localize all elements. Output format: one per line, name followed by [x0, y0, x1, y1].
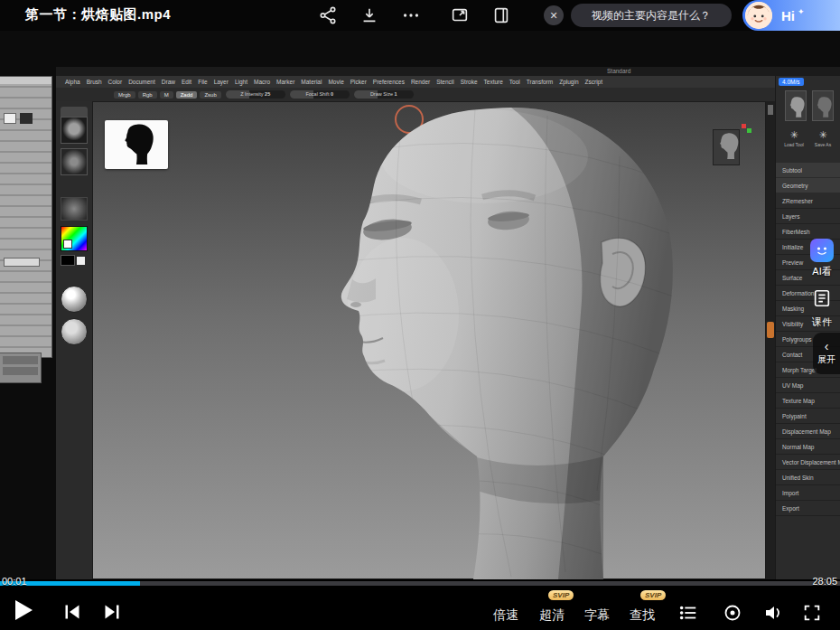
zbrush-menu-item[interactable]: Preferences [373, 79, 405, 85]
tool-panel-section[interactable]: UV Map [776, 378, 840, 393]
find-in-video-control[interactable]: 查找 [630, 607, 655, 624]
zbrush-toolbar-buttons: MrgbRgbMZaddZsub [114, 91, 221, 99]
tool-button-label: Save As [811, 142, 835, 147]
tool-panel-section[interactable]: Vector Displacement Map [776, 455, 840, 470]
tool-panel-section[interactable]: FiberMesh [776, 224, 840, 240]
zbrush-menu-item[interactable]: Marker [276, 79, 294, 85]
zbrush-menu-item[interactable]: Document [128, 79, 155, 85]
subtitle-control[interactable]: 字幕 [584, 607, 610, 624]
download-icon[interactable] [359, 5, 379, 25]
left-floating-palette-2[interactable] [0, 353, 42, 383]
zbrush-menu-item[interactable]: Stroke [461, 79, 478, 85]
material-sphere-2[interactable] [61, 318, 88, 345]
next-episode-button[interactable] [103, 604, 121, 623]
volume-icon[interactable] [763, 603, 783, 625]
color-picker[interactable] [61, 226, 88, 251]
alpha-thumbnail[interactable] [61, 197, 88, 221]
tool-panel-section[interactable]: Layers [776, 209, 840, 224]
zbrush-menu-item[interactable]: Draw [162, 79, 175, 85]
expand-button[interactable]: ‹ 展开 [813, 333, 840, 374]
quality-control[interactable]: 超清 [539, 607, 565, 624]
tool-button-icon: ✳ [782, 128, 806, 141]
share-icon[interactable] [318, 5, 338, 25]
tool-panel-section[interactable]: Unified Skin [776, 470, 840, 485]
zbrush-toolbar-slider[interactable]: Draw Size 1 [354, 90, 414, 99]
tray-toggle-handle[interactable] [767, 322, 774, 338]
zbrush-menu-item[interactable]: Render [411, 79, 430, 85]
zbrush-menu-item[interactable]: Zscript [585, 79, 603, 85]
close-icon[interactable]: ✕ [544, 5, 564, 25]
tool-panel-section[interactable]: ZRemesher [776, 193, 840, 209]
left-floating-palette[interactable] [0, 76, 52, 358]
material-sphere[interactable] [61, 286, 88, 313]
zbrush-menu-item[interactable]: Layer [214, 79, 229, 85]
svip-badge: SVIP [548, 590, 574, 600]
zbrush-menu-item[interactable]: Transform [527, 79, 553, 85]
zbrush-toolbar-slider[interactable]: Focal Shift 0 [290, 90, 350, 99]
info-badge: 4.0M/s [779, 78, 804, 86]
zbrush-menu-item[interactable]: File [198, 79, 207, 85]
slider-label: Draw Size [370, 91, 393, 97]
slider-value: 25 [265, 91, 270, 97]
tool-panel-section[interactable]: Polypaint [776, 409, 840, 424]
zbrush-menu-item[interactable]: Alpha [65, 79, 80, 85]
zbrush-menu-item[interactable]: Edit [182, 79, 191, 85]
fullscreen-icon[interactable] [802, 603, 822, 625]
brush-thumbnail[interactable] [61, 117, 88, 144]
previous-episode-button[interactable] [63, 604, 81, 623]
tool-thumbnail-2[interactable] [812, 90, 834, 121]
zbrush-toolbar-slider[interactable]: Z Intensity 25 [226, 90, 285, 99]
save-as-button[interactable]: ✳ Save As [811, 128, 835, 147]
zbrush-menu-item[interactable]: Color [108, 79, 123, 85]
zbrush-canvas[interactable]: + [92, 101, 766, 579]
zbrush-menu-item[interactable]: Zplugin [559, 79, 578, 85]
more-icon[interactable] [401, 5, 421, 25]
mini-window-icon[interactable] [491, 5, 511, 25]
play-button[interactable] [13, 598, 34, 625]
playlist-icon[interactable] [678, 603, 698, 625]
tool-panel-section[interactable]: Import [776, 485, 840, 501]
tool-button-label: Load Tool [782, 142, 806, 147]
video-player-app: 第一节：烘焙贴图.mp4 ✕ 视频的主要内容是什么？ [0, 0, 840, 630]
tool-panel-section[interactable]: Export [776, 501, 840, 516]
video-frame[interactable]: Standard AlphaBrushColorDocumentDrawEdit… [0, 31, 840, 579]
courseware-button[interactable]: 课件 [806, 287, 838, 329]
zbrush-toolbar-button[interactable]: M [160, 91, 173, 99]
tool-panel-section[interactable]: Geometry [776, 178, 840, 193]
zbrush-menu-item[interactable]: Picker [350, 79, 367, 85]
stroke-thumbnail[interactable] [61, 148, 88, 175]
zbrush-menu-item[interactable]: Stencil [436, 79, 454, 85]
active-tool-thumbnail[interactable] [713, 129, 740, 165]
color-swatches[interactable] [61, 255, 88, 268]
record-target-icon[interactable] [723, 603, 742, 625]
zbrush-toolbar-button[interactable]: Rgb [138, 91, 157, 99]
zbrush-menu-item[interactable]: Tool [509, 79, 520, 85]
zbrush-toolbar-button[interactable]: Zsub [200, 91, 220, 99]
zbrush-menu-item[interactable]: Brush [87, 79, 102, 85]
scroll-knob[interactable] [768, 105, 773, 115]
right-tray-divider[interactable] [766, 101, 775, 579]
tool-panel-section[interactable]: Texture Map [776, 393, 840, 409]
ai-watch-button[interactable]: AI看 [806, 239, 838, 278]
ai-question-input[interactable]: 视频的主要内容是什么？ [571, 4, 732, 27]
progress-bar[interactable] [0, 581, 840, 586]
zbrush-menu-item[interactable]: Macro [254, 79, 270, 85]
tool-panel-section[interactable]: Normal Map [776, 439, 840, 455]
speed-control[interactable]: 倍速 [493, 607, 518, 624]
zbrush-shelf-tab[interactable]: Standard [607, 68, 630, 74]
zbrush-toolbar-button[interactable]: Mrgb [114, 91, 135, 99]
tool-panel-section[interactable]: Subtool [776, 163, 840, 178]
tool-thumbnail-1[interactable] [785, 90, 807, 121]
zbrush-menu-item[interactable]: Texture [484, 79, 503, 85]
ai-assistant-pill[interactable]: Hi ✦ [742, 0, 840, 31]
screenshot-icon[interactable] [450, 5, 470, 25]
courseware-label: 课件 [806, 315, 838, 329]
zbrush-menu-item[interactable]: Material [301, 79, 322, 85]
expand-label: 展开 [817, 353, 835, 366]
zbrush-menu-item[interactable]: Movie [328, 79, 343, 85]
zbrush-menu-item[interactable]: Light [235, 79, 247, 85]
player-controls: SVIP SVIP 倍速 超清 字幕 查找 [0, 586, 840, 630]
load-tool-button[interactable]: ✳ Load Tool [782, 128, 806, 147]
tool-panel-section[interactable]: Displacement Map [776, 424, 840, 439]
zbrush-toolbar-button[interactable]: Zadd [176, 91, 198, 99]
